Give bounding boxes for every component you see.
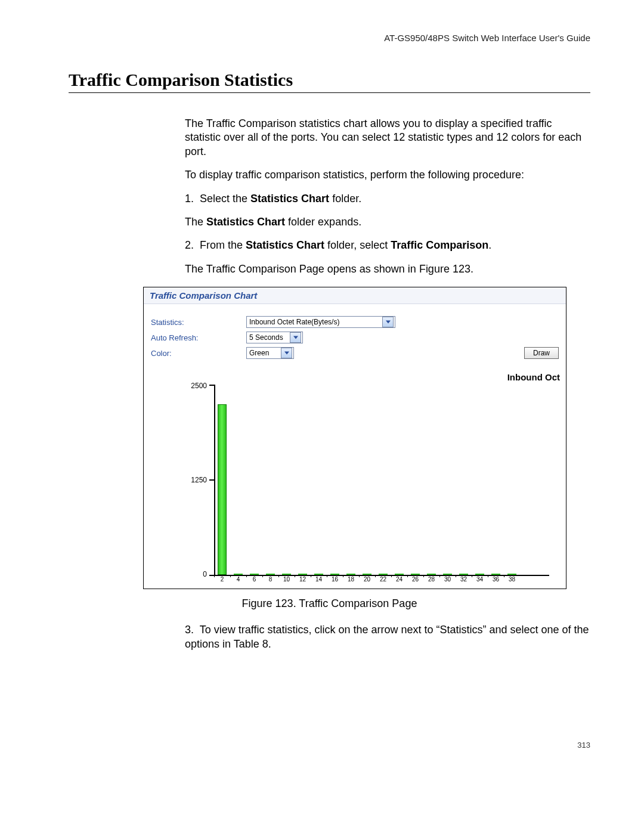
bar — [346, 574, 355, 575]
chart: Inbound Oct 2500 1250 0 2468101214161820… — [144, 371, 566, 589]
label-auto-refresh: Auto Refresh: — [151, 333, 246, 342]
x-tick-label: 10 — [278, 576, 295, 583]
step-1: 1. Select the Statistics Chart folder. — [185, 192, 590, 206]
chevron-down-icon[interactable] — [382, 317, 394, 327]
bar — [491, 574, 500, 575]
y-tick-label: 1250 — [183, 476, 207, 484]
bar — [250, 574, 259, 575]
x-axis: 2468101214161820222426283032343638 — [214, 576, 548, 587]
step-2: 2. From the Statistics Chart folder, sel… — [185, 239, 590, 252]
chevron-down-icon[interactable] — [290, 332, 301, 343]
x-tick-label: 38 — [504, 576, 520, 583]
bar — [330, 574, 339, 575]
bar — [395, 574, 404, 575]
select-statistics-value: Inbound Octet Rate(Bytes/s) — [249, 318, 339, 326]
x-tick-label: 8 — [262, 576, 278, 583]
lead-paragraph: To display traffic comparison statistics… — [185, 168, 590, 182]
intro-paragraph: The Traffic Comparison statistics chart … — [185, 117, 590, 159]
bar — [459, 574, 468, 575]
y-tick — [209, 479, 215, 481]
y-tick-label: 0 — [183, 570, 207, 578]
plot-area — [214, 385, 549, 576]
label-color: Color: — [151, 349, 246, 358]
x-tick-label: 20 — [359, 576, 375, 583]
x-tick-label: 18 — [343, 576, 359, 583]
figure-caption: Figure 123. Traffic Comparison Page — [69, 597, 590, 610]
bar — [314, 574, 323, 575]
section-title: Traffic Comparison Statistics — [69, 70, 590, 93]
bar — [379, 574, 388, 575]
x-tick-label: 32 — [456, 576, 472, 583]
label-statistics: Statistics: — [151, 318, 246, 327]
step-1-result: The Statistics Chart folder expands. — [185, 215, 590, 229]
chart-title: Inbound Oct — [507, 372, 560, 382]
x-tick-label: 34 — [472, 576, 488, 583]
x-tick-label: 6 — [246, 576, 262, 583]
select-color[interactable]: Green — [246, 347, 294, 359]
step-2-result: The Traffic Comparison Page opens as sho… — [185, 262, 590, 276]
x-tick-label: 28 — [423, 576, 439, 583]
bar — [282, 574, 291, 575]
step-3: 3. To view traffic statistics, click on … — [185, 623, 590, 651]
x-tick-label: 14 — [311, 576, 327, 583]
bar — [363, 574, 371, 575]
panel-title: Traffic Comparison Chart — [144, 287, 566, 304]
bar — [427, 574, 436, 575]
bar — [218, 404, 227, 575]
select-auto-refresh[interactable]: 5 Seconds — [246, 332, 303, 343]
bar — [411, 574, 420, 575]
bar — [298, 574, 307, 575]
bar — [507, 574, 516, 575]
draw-button[interactable]: Draw — [524, 347, 559, 359]
bar — [475, 574, 484, 575]
select-statistics[interactable]: Inbound Octet Rate(Bytes/s) — [246, 316, 395, 328]
x-tick-label: 22 — [375, 576, 391, 583]
x-tick-label: 12 — [295, 576, 311, 583]
bar — [234, 574, 243, 575]
bar — [266, 574, 275, 575]
select-color-value: Green — [249, 349, 269, 357]
bar — [443, 574, 452, 575]
page-number: 313 — [69, 741, 590, 750]
x-tick-label: 16 — [327, 576, 343, 583]
x-tick-label: 2 — [214, 576, 230, 583]
doc-header: AT-GS950/48PS Switch Web Interface User'… — [69, 33, 590, 43]
x-tick-label: 36 — [488, 576, 504, 583]
x-tick-label: 26 — [407, 576, 423, 583]
x-tick-label: 24 — [391, 576, 407, 583]
x-tick-label: 4 — [230, 576, 246, 583]
y-tick-label: 2500 — [183, 382, 207, 390]
select-auto-refresh-value: 5 Seconds — [249, 333, 283, 342]
figure-screenshot: Traffic Comparison Chart Statistics: Inb… — [143, 287, 566, 589]
chevron-down-icon[interactable] — [281, 348, 292, 358]
x-tick-label: 30 — [439, 576, 456, 583]
y-tick — [209, 385, 215, 386]
